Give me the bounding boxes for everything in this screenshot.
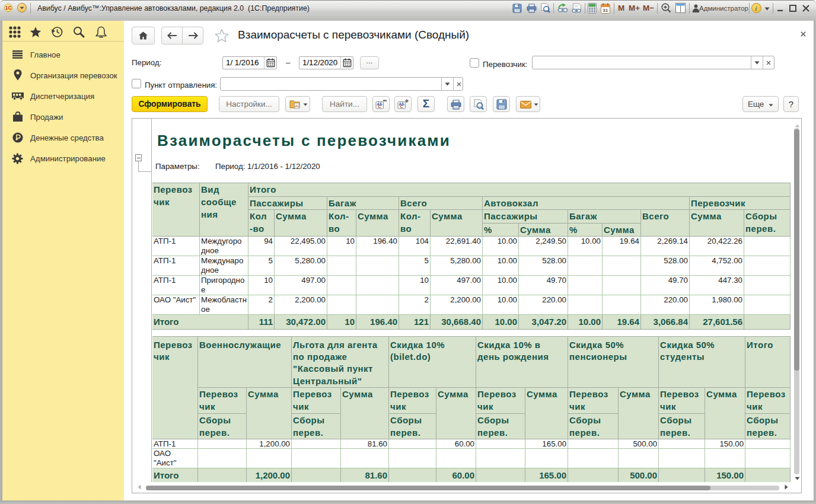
svg-text:С: С — [378, 104, 381, 109]
svg-text:31: 31 — [603, 8, 608, 13]
svg-text:С: С — [400, 104, 403, 109]
svg-text:1С: 1С — [5, 5, 12, 11]
